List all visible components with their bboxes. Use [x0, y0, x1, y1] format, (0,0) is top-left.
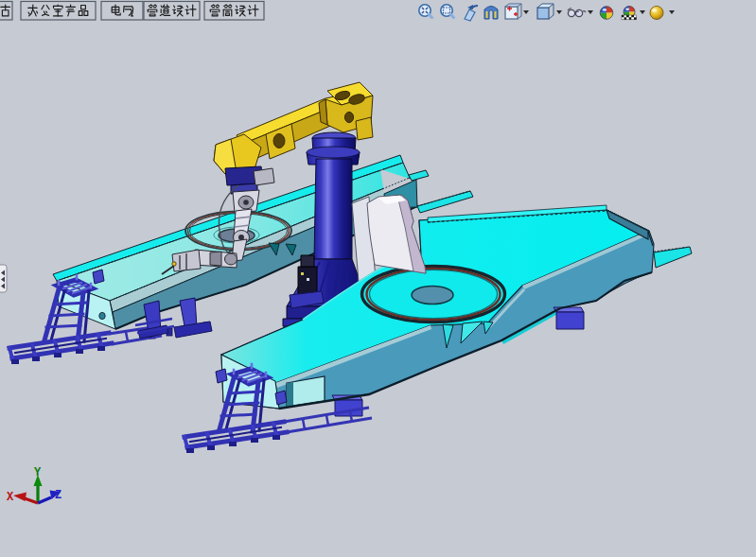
- svg-text:Z: Z: [55, 489, 62, 502]
- svg-text:Y: Y: [34, 466, 42, 479]
- svg-text:X: X: [7, 491, 14, 504]
